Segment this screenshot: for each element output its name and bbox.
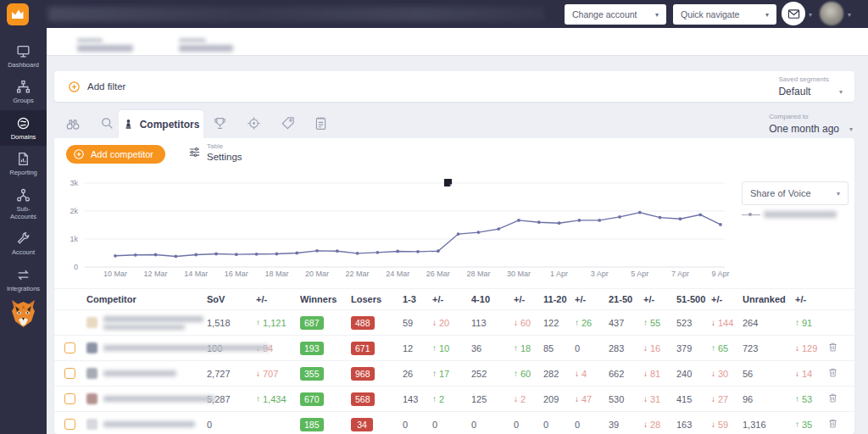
tab-competitors[interactable]: Competitors	[119, 110, 203, 138]
table-cell-empty	[827, 392, 844, 405]
delete-competitor-button[interactable]	[827, 392, 838, 403]
column-header-losers[interactable]: Losers	[351, 294, 403, 304]
tab-keywords-search[interactable]	[100, 116, 114, 131]
down-arrow-icon: ↓	[643, 343, 648, 353]
cell-rank_4_10: 113	[471, 318, 514, 328]
column-header--[interactable]: +/-	[711, 294, 743, 304]
competitor-name-redacted[interactable]	[86, 393, 207, 404]
column-header-winners[interactable]: Winners	[300, 294, 351, 304]
tab-overview[interactable]	[65, 116, 81, 131]
table-header-row: CompetitorSoV+/-WinnersLosers1-3+/-4-10+…	[54, 288, 854, 310]
row-checkbox[interactable]	[64, 419, 75, 430]
competitor-name-redacted[interactable]	[86, 342, 207, 353]
x-axis-tick: 1 Apr	[550, 270, 568, 278]
tab-landing-pages[interactable]	[247, 116, 261, 131]
tab-tags[interactable]	[281, 116, 295, 131]
chevron-down-icon[interactable]: ▾	[848, 11, 851, 19]
column-header--[interactable]: +/-	[575, 294, 609, 304]
column-header-competitor[interactable]: Competitor	[86, 294, 207, 304]
column-header-unranked[interactable]: Unranked	[743, 294, 795, 304]
delta-d_11_20: 0	[575, 420, 609, 430]
change-account-select[interactable]: Change account ▾	[565, 4, 666, 25]
up-arrow-icon: ↑	[795, 394, 799, 403]
up-arrow-icon: ↑	[575, 318, 579, 327]
logo-mountain-icon	[10, 7, 25, 22]
data-point	[497, 227, 500, 231]
sidebar-item-dashboard[interactable]: Dashboard	[0, 38, 47, 74]
x-axis-tick: 26 Mar	[426, 270, 450, 278]
delta-value: 4	[581, 369, 587, 379]
column-header-1-3[interactable]: 1-3	[403, 294, 432, 304]
column-header--[interactable]: +/-	[795, 294, 827, 304]
delta-d_unranked: ↑35	[795, 420, 827, 430]
sidebar-item-sub-accounts[interactable]: Sub-Accounts	[0, 182, 47, 226]
delta-value: 35	[802, 420, 812, 430]
sidebar-item-label: Sub-Accounts	[4, 205, 43, 221]
row-checkbox[interactable]	[64, 368, 75, 379]
column-header-4-10[interactable]: 4-10	[471, 294, 514, 304]
delta-value: 26	[581, 318, 592, 328]
data-point	[578, 219, 581, 222]
tab-winners-losers[interactable]	[213, 116, 227, 131]
cell-rank_21_50: 437	[609, 318, 643, 328]
sidebar-item-integrations[interactable]: Integrations	[0, 262, 47, 298]
add-filter-button[interactable]: Add filter	[68, 81, 125, 93]
table-settings-button[interactable]: Table Settings	[188, 142, 242, 163]
chart-metric-select[interactable]: Share of Voice ▾	[742, 181, 849, 205]
data-point	[638, 211, 642, 214]
app-logo[interactable]	[7, 3, 29, 25]
compared-to-select[interactable]: Compared to One month ago ▾	[769, 113, 853, 136]
losers-badge: 34	[351, 418, 373, 431]
delete-competitor-button[interactable]	[827, 418, 838, 429]
sidebar-item-groups[interactable]: Groups	[0, 74, 47, 109]
column-header--[interactable]: +/-	[514, 294, 543, 304]
data-point	[537, 220, 541, 224]
redacted-text-bar	[103, 316, 203, 322]
column-header--[interactable]: +/-	[432, 294, 471, 304]
data-point	[315, 249, 319, 253]
competitor-name-redacted[interactable]	[86, 316, 207, 330]
row-checkbox[interactable]	[64, 342, 75, 353]
competitor-name-redacted[interactable]	[86, 368, 207, 379]
row-checkbox[interactable]	[64, 393, 75, 404]
column-header-sov[interactable]: SoV	[207, 294, 256, 304]
quick-navigate-select[interactable]: Quick navigate ▾	[673, 4, 776, 25]
delete-competitor-button[interactable]	[827, 342, 838, 353]
delete-competitor-button[interactable]	[827, 367, 838, 378]
sidebar-item-reporting[interactable]: Reporting	[0, 146, 47, 181]
column-header--[interactable]: +/-	[256, 294, 300, 304]
column-header-51-500[interactable]: 51-500	[676, 294, 711, 304]
line-chart[interactable]: 01k2k3k10 Mar12 Mar14 Mar16 Mar18 Mar20 …	[59, 172, 737, 279]
column-header--[interactable]: +/-	[643, 294, 676, 304]
cell-rank_51_500: 379	[676, 343, 711, 353]
add-competitor-button[interactable]: Add competitor	[66, 145, 165, 164]
tab-notes[interactable]	[314, 116, 328, 131]
delta-d_4_10: ↓2	[514, 394, 543, 404]
sidebar: Dashboard Groups Domains Reporting	[0, 28, 47, 434]
column-header-21-50[interactable]: 21-50	[609, 294, 643, 304]
sidebar-item-domains[interactable]: Domains	[0, 110, 47, 146]
competitor-name-redacted[interactable]	[86, 419, 207, 430]
chart-note-icon[interactable]	[443, 178, 453, 187]
column-header-11-20[interactable]: 11-20	[543, 294, 575, 304]
messages-button[interactable]	[782, 2, 805, 25]
table-cell-empty: 687	[300, 316, 351, 330]
table-row: 01853400000039↓28163↓591,316↑35	[54, 412, 854, 434]
redacted-group-select[interactable]	[77, 45, 133, 52]
integrations-icon	[16, 268, 31, 282]
chevron-down-icon[interactable]: ▾	[809, 11, 812, 19]
data-point	[214, 253, 218, 256]
delta-value: 28	[650, 420, 660, 430]
sidebar-item-account[interactable]: Account	[0, 225, 47, 261]
cell-rank_51_500: 240	[676, 369, 711, 379]
x-axis-tick: 20 Mar	[305, 270, 329, 278]
saved-segments-select[interactable]: Saved segments Default ▾	[778, 75, 843, 98]
x-axis-tick: 22 Mar	[346, 270, 370, 278]
redacted-field-label	[77, 38, 103, 42]
delta-value: 2	[439, 394, 444, 404]
redacted-text-bar	[103, 325, 185, 330]
redacted-domain-select[interactable]	[179, 45, 233, 52]
avatar[interactable]	[820, 2, 843, 25]
chart-metric-value: Share of Voice	[750, 188, 811, 198]
sidebar-item-label: Domains	[4, 133, 43, 141]
